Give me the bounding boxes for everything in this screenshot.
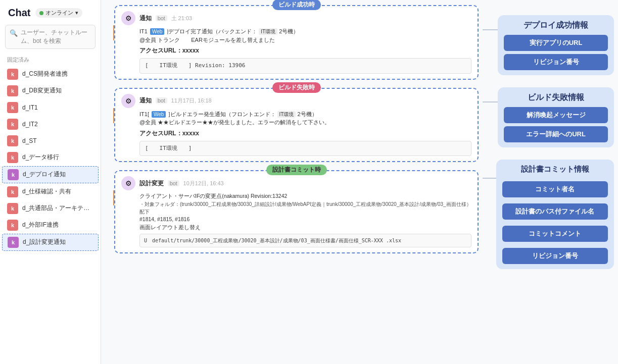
commit-info-section: 設計書コミット情報 コミット者名 設計書のパス付ファイル名 コミットコメント リ… [496,160,614,269]
commit-btn2[interactable]: 設計書のパス付ファイル名 [502,203,608,220]
success-env: IT環境 [259,28,277,35]
success-web-tag: Web [150,28,164,35]
success-tag: ビルド成功時 [272,0,321,10]
fail-tag: ビルド失敗時 [272,82,321,93]
channel-name-ch3: d_IT1 [22,104,38,111]
channel-item-ch9[interactable]: kd_共通部品・アーキテクチ... [2,200,99,217]
commit-line4: 画面レイアウト差し替え [139,224,471,232]
commit-arrow [109,170,114,205]
fail-msg-header: ⚙ 通知 bot 11月17日, 16:18 [121,94,471,108]
commit-meta: 設計変更 bot 10月12日, 16:43 [139,179,471,188]
center-panels: ビルド成功時 ⚙ 通知 bot 土 21:03 IT1 Web [105,5,483,359]
channel-name-ch10: d_外部IF連携 [22,221,59,229]
chevron-down-icon: ▾ [75,10,78,16]
channel-item-ch7[interactable]: kd_デプロイ通知 [2,166,99,183]
fail-info-title: ビルド失敗情報 [504,92,608,103]
success-time: 土 21:03 [171,15,193,21]
commit-btn1[interactable]: コミット者名 [502,181,608,197]
fail-env: IT環境 [277,111,296,118]
fail-btn2[interactable]: エラー詳細へのURL [504,126,608,142]
success-msg-header: ⚙ 通知 bot 土 21:03 [121,11,471,25]
commit-panel-wrapper: 設計書コミット時 ⚙ 設計変更 bot 10月12日, 16:43 クライアント… [109,170,479,253]
channel-item-ch6[interactable]: kd_データ移行 [2,149,99,166]
channel-avatar-ch3: k [7,102,18,113]
commit-btn3[interactable]: コミットコメント [502,226,608,242]
fail-panel-wrapper: ビルド失敗時 ⚙ 通知 bot 11月17日, 16:18 IT1[ Web [109,88,479,163]
success-panel-wrapper: ビルド成功時 ⚙ 通知 bot 土 21:03 IT1 Web [109,5,479,80]
success-bot-label: bot [156,15,167,21]
success-code-block: [ IT環境 ] Revision: 13906 [139,58,471,74]
commit-line1: クライアント・サーバIFの変更点(nakamura) Revision:1324… [139,192,471,200]
search-icon: 🔍 [10,29,18,37]
fail-bot-label: bot [156,97,167,103]
fail-btn1[interactable]: 解消喚起メッセージ [504,107,608,123]
channel-avatar-ch9: k [7,203,18,214]
success-btn2[interactable]: リビジョン番号 [504,54,608,70]
success-info-title: デプロイ成功情報 [504,20,608,31]
commit-line2: ・対象フォルダ：(trunk/30000_工程成果物/30030_詳細設計/成果… [139,200,471,216]
fail-info-section: ビルド失敗情報 解消喚起メッセージ エラー詳細へのURL [498,87,614,147]
fail-it: IT1[ [139,111,149,117]
commit-tag: 設計書コミット時 [266,165,327,175]
success-line2: @全員 トランク EARモジュールを差し替えました [139,36,471,44]
online-label: オンライン [45,9,73,17]
commit-chat-card: 設計書コミット時 ⚙ 設計変更 bot 10月12日, 16:43 クライアント… [114,170,479,253]
fail-arrow [109,88,114,123]
channel-list: kd_CS開発者連携kd_DB変更通知kd_IT1kd_IT2kd_STkd_デ… [0,66,101,364]
channel-avatar-ch7: k [8,169,19,180]
success-msg-body: IT1 Web |デプロイ完了通知（バックエンド： IT環境 2号機） @全員 … [139,27,471,74]
pinned-label: 固定済み [0,54,101,66]
fail-line2: @全員 ★★ビルドエラー★★が発生しました。エラーの解消をして下さい。 [139,118,471,127]
commit-btn4[interactable]: リビジョン番号 [502,248,608,264]
channel-avatar-ch2: k [7,85,18,96]
commit-info-title: 設計書コミット情報 [502,165,608,174]
sidebar: Chat オンライン ▾ 🔍 ユーザー、チャットルーム、bot を検索 固定済み… [0,0,101,364]
channel-item-ch8[interactable]: kd_仕様確認・共有 [2,184,99,200]
channel-name-ch9: d_共通部品・アーキテクチ... [22,204,93,213]
commit-bot-label: bot [168,180,179,186]
channel-name-ch11: d_設計変更通知 [23,238,66,246]
channel-name-ch1: d_CS開発者連携 [22,70,68,78]
channel-avatar-ch5: k [7,135,18,146]
online-badge[interactable]: オンライン ▾ [35,8,82,18]
success-access-url: アクセスURL：xxxxx [139,46,471,55]
channel-avatar-ch6: k [7,152,18,163]
channel-name-ch5: d_ST [22,137,37,144]
success-info-section: デプロイ成功情報 実行アプリのURL リビジョン番号 [498,15,614,75]
channel-item-ch11[interactable]: kd_設計変更通知 [2,234,99,251]
commit-msg-header: ⚙ 設計変更 bot 10月12日, 16:43 [121,176,471,190]
channel-avatar-ch10: k [7,220,18,231]
channel-item-ch1[interactable]: kd_CS開発者連携 [2,66,99,82]
success-it: IT1 [139,28,148,34]
bot-avatar-fail: ⚙ [121,94,135,108]
fail-chat-card: ビルド失敗時 ⚙ 通知 bot 11月17日, 16:18 IT1[ Web [114,88,479,163]
sidebar-title: Chat [8,7,30,19]
fail-machine: 2号機） [298,111,317,117]
fail-code-block: [ IT環境 ] [139,141,471,157]
commit-diff-block: U default/trunk/30000_工程成果物/30020_基本設計/成… [139,234,471,247]
fail-web-tag: Web [152,111,166,118]
bot-avatar-success: ⚙ [121,11,135,25]
channel-item-ch10[interactable]: kd_外部IF連携 [2,217,99,233]
channel-name-ch6: d_データ移行 [22,153,59,162]
channel-avatar-ch8: k [7,186,18,197]
success-sender: 通知 [139,15,152,22]
sidebar-header: Chat オンライン ▾ [0,0,101,23]
commit-time: 10月12日, 16:43 [183,180,224,186]
channel-avatar-ch11: k [8,237,19,248]
commit-sender: 設計変更 [139,180,164,187]
channel-name-ch8: d_仕様確認・共有 [22,187,71,196]
search-box[interactable]: 🔍 ユーザー、チャットルーム、bot を検索 [5,25,96,49]
success-btn1[interactable]: 実行アプリのURL [504,35,608,51]
success-line1: IT1 Web |デプロイ完了通知（バックエンド： IT環境 2号機） [139,27,471,36]
fail-sender: 通知 [139,97,152,104]
channel-item-ch2[interactable]: kd_DB変更通知 [2,83,99,99]
online-dot [39,11,43,15]
fail-access-url: アクセスURL：xxxxx [139,129,471,138]
channel-item-ch4[interactable]: kd_IT2 [2,116,99,132]
channel-name-ch4: d_IT2 [22,121,38,128]
search-placeholder: ユーザー、チャットルーム、bot を検索 [21,28,91,45]
channel-item-ch5[interactable]: kd_ST [2,133,99,149]
channel-item-ch3[interactable]: kd_IT1 [2,99,99,116]
success-machine: 2号機） [279,28,299,34]
